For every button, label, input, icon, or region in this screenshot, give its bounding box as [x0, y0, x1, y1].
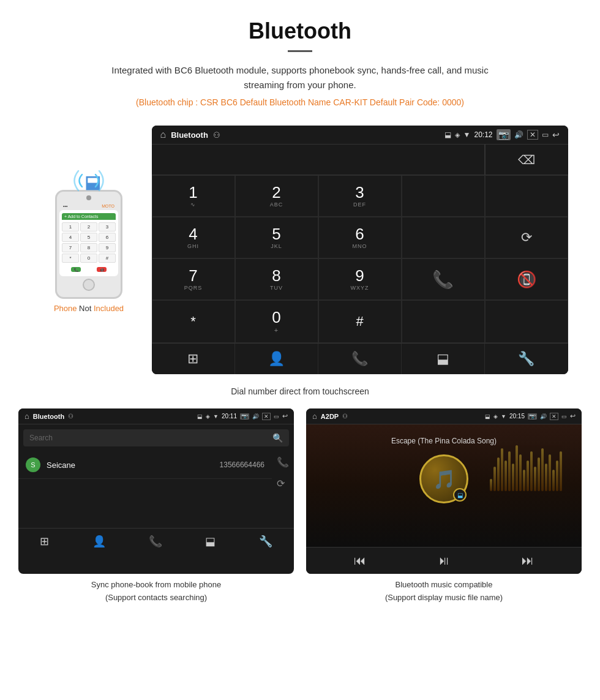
hangup-icon: 📵 — [517, 270, 536, 289]
dial-key-9[interactable]: 9 WXYZ — [318, 258, 402, 300]
pb-phone-action-icon[interactable]: 📞 — [277, 456, 289, 468]
dial-tool-settings[interactable]: 🔧 — [485, 344, 568, 374]
dial-key-hash[interactable]: # — [318, 300, 402, 343]
dial-tool-grid[interactable]: ⊞ — [152, 344, 235, 374]
eq-bar — [504, 461, 507, 491]
phone-key-star: * — [62, 254, 79, 263]
eq-bar — [523, 470, 525, 491]
eq-bar — [501, 448, 503, 491]
music-title: A2DP — [321, 413, 339, 420]
music-song-title: Escape (The Pina Colada Song) — [391, 437, 497, 445]
play-pause-button[interactable]: ⏯ — [438, 554, 450, 568]
pb-tool-grid[interactable]: ⊞ — [40, 535, 49, 548]
pb-search-bar[interactable]: Search 🔍 — [23, 429, 289, 446]
music-vol-icon: 🔊 — [540, 413, 547, 420]
pb-loc-icon: ◈ — [206, 413, 210, 420]
dial-grid: ⌫ 1 ∿ 2 ABC 3 DEF 4 — [152, 145, 568, 343]
phone-screen-header: + Add to Contacts — [62, 213, 116, 220]
backspace-button[interactable]: ⌫ — [485, 145, 568, 175]
dial-key-star[interactable]: * — [152, 300, 235, 343]
phonebook-screen: ⌂ Bluetooth ⚇ ⬓ ◈ ▼ 20:11 📷 🔊 ✕ ▭ ↩ — [18, 408, 294, 574]
eq-bar — [541, 448, 544, 491]
eq-bar — [493, 467, 496, 491]
music-album-art: 🎵 ⬓ — [419, 454, 468, 503]
pb-search-placeholder: Search — [29, 434, 53, 442]
phone-key-9: 9 — [99, 243, 116, 252]
dial-toolbar: ⊞ 👤 📞 ⬓ 🔧 — [152, 343, 568, 374]
eq-bar — [512, 464, 514, 491]
dial-tool-bluetooth[interactable]: ⬓ — [402, 344, 485, 374]
volume-icon: 🔊 — [514, 130, 523, 139]
dial-empty-2 — [485, 175, 568, 217]
pb-tool-bluetooth[interactable]: ⬓ — [205, 535, 216, 548]
dial-key-2[interactable]: 2 ABC — [235, 175, 318, 217]
pb-time: 20:11 — [222, 413, 237, 420]
phone-top-bar: ••• MOTO — [59, 202, 118, 210]
pb-usb-icon: ⚇ — [68, 413, 73, 420]
phone-key-3: 3 — [99, 222, 116, 231]
hangup-button[interactable]: 📵 — [485, 258, 568, 300]
dial-key-6[interactable]: 6 MNO — [318, 217, 402, 258]
dial-key-1[interactable]: 1 ∿ — [152, 175, 235, 217]
call-green-icon: 📞 — [432, 269, 454, 290]
music-bt-badge: ⬓ — [453, 488, 467, 502]
eq-bar — [549, 454, 551, 491]
pb-empty-space — [18, 479, 294, 528]
dial-key-8[interactable]: 8 TUV — [235, 258, 318, 300]
wifi-icon: ▼ — [463, 130, 471, 139]
pb-contact-row[interactable]: S Seicane 13566664466 — [18, 451, 272, 479]
music-usb-icon: ⚇ — [342, 413, 348, 420]
dial-key-3[interactable]: 3 DEF — [318, 175, 402, 217]
dial-key-0[interactable]: 0 + — [235, 300, 318, 343]
not-text: Not — [79, 304, 91, 313]
phone-call-btn: 📞 — [71, 267, 81, 272]
bluetooth-icon: ⬓ — [444, 130, 451, 139]
search-icon: 🔍 — [272, 433, 283, 443]
eq-bar — [530, 451, 533, 491]
dial-key-7[interactable]: 7 PQRS — [152, 258, 235, 300]
phone-key-6: 6 — [99, 233, 116, 242]
eq-bar — [552, 470, 555, 491]
phone-key-1: 1 — [62, 222, 79, 231]
pb-action-icons: 📞 ⟳ — [277, 451, 289, 489]
dial-screen: ⌂ Bluetooth ⚇ ⬓ ◈ ▼ 20:12 📷 🔊 ✕ ▭ ↩ — [152, 126, 568, 374]
call-button[interactable]: 📞 — [402, 258, 485, 300]
page-title: Bluetooth — [12, 18, 588, 44]
music-equalizer — [490, 442, 562, 491]
pb-refresh-icon[interactable]: ⟳ — [277, 478, 289, 489]
dial-refresh-button[interactable]: ⟳ — [485, 217, 568, 258]
dial-key-5[interactable]: 5 JKL — [235, 217, 318, 258]
dial-tool-contacts[interactable]: 👤 — [235, 344, 318, 374]
music-status-right: ⬓ ◈ ▼ 20:15 📷 🔊 ✕ ▭ ↩ — [485, 412, 576, 420]
pb-status-bar: ⌂ Bluetooth ⚇ ⬓ ◈ ▼ 20:11 📷 🔊 ✕ ▭ ↩ — [18, 408, 294, 424]
page-header: Bluetooth Integrated with BC6 Bluetooth … — [0, 0, 600, 126]
music-bt-icon: ⬓ — [485, 413, 490, 420]
pb-win-icon: ▭ — [274, 413, 279, 420]
usb-icon: ⚇ — [213, 130, 220, 140]
pb-x-icon: ✕ — [262, 413, 271, 420]
pb-wifi-icon: ▼ — [213, 413, 219, 420]
dial-tool-phone[interactable]: 📞 — [318, 344, 402, 374]
pb-cam-icon: 📷 — [240, 413, 249, 420]
phone-section: ⬓ ••• MOTO + Add to Cont — [32, 162, 146, 313]
dial-key-4[interactable]: 4 GHI — [152, 217, 235, 258]
eq-bar — [538, 457, 540, 491]
pb-tool-settings[interactable]: 🔧 — [259, 535, 272, 548]
music-status-bar: ⌂ A2DP ⚇ ⬓ ◈ ▼ 20:15 📷 🔊 ✕ ▭ ↩ — [306, 408, 582, 424]
pb-home-icon: ⌂ — [24, 412, 29, 421]
prev-track-button[interactable]: ⏮ — [354, 554, 366, 568]
phone-icon: 📞 — [351, 351, 368, 367]
pb-tool-user[interactable]: 👤 — [92, 535, 106, 548]
pb-back-icon: ↩ — [282, 412, 288, 420]
dial-empty-4 — [402, 300, 485, 343]
music-column: ⌂ A2DP ⚇ ⬓ ◈ ▼ 20:15 📷 🔊 ✕ ▭ ↩ — [306, 408, 582, 604]
camera-icon: 📷 — [497, 129, 511, 140]
phone-bottom-bar: 📞 📵 — [62, 266, 116, 273]
pb-tool-phone[interactable]: 📞 — [149, 535, 162, 548]
music-controls: ⏮ ⏯ ⏭ — [306, 547, 582, 574]
music-time: 20:15 — [509, 413, 525, 420]
next-track-button[interactable]: ⏭ — [522, 554, 534, 568]
dial-status-right: ⬓ ◈ ▼ 20:12 📷 🔊 ✕ ▭ ↩ — [444, 129, 560, 140]
phone-key-2: 2 — [80, 222, 97, 231]
bluetooth-waves-container: ⬓ — [67, 162, 110, 199]
